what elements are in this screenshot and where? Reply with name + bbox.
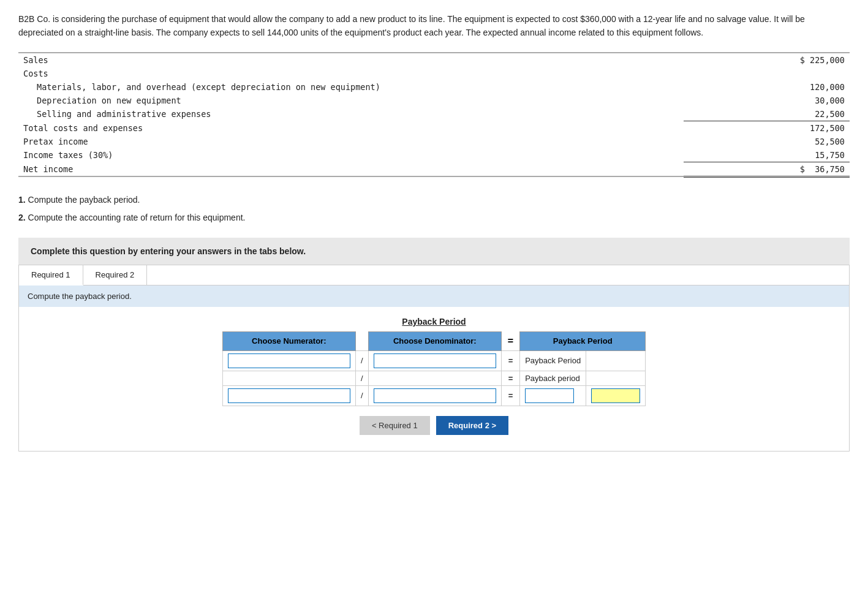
table-row-costs: Costs [18, 67, 850, 80]
costs-value [684, 67, 850, 80]
result-spacer-2 [586, 371, 646, 385]
yellow-numerator-input[interactable] [228, 388, 350, 403]
table-row-pretax: Pretax income 52,500 [18, 135, 850, 148]
denominator-input[interactable] [374, 353, 496, 368]
yellow-denominator-cell[interactable] [368, 385, 501, 406]
taxes-value: 15,750 [684, 148, 850, 162]
costs-label: Costs [18, 67, 684, 80]
prev-button[interactable]: < Required 1 [360, 416, 430, 435]
payback-input-row: / = Payback Period [222, 350, 645, 371]
banner-text: Complete this question by entering your … [31, 246, 306, 256]
total-value: 172,500 [684, 121, 850, 135]
numerator-input-cell[interactable] [222, 350, 355, 371]
equals-header: = [501, 332, 519, 351]
table-row-depreciation: Depreciation on new equipment 30,000 [18, 94, 850, 107]
materials-label: Materials, labor, and overhead (except d… [18, 80, 684, 94]
net-income-value: $ 36,750 [684, 162, 850, 176]
tab-required-1[interactable]: Required 1 [19, 265, 83, 285]
tab-content-required-1: Compute the payback period. [19, 285, 849, 307]
payback-period-table: Choose Numerator: Choose Denominator: = … [222, 331, 646, 406]
materials-value: 120,000 [684, 80, 850, 94]
payback-result-row: / = Payback period [222, 371, 645, 385]
intro-text: B2B Co. is considering the purchase of e… [18, 12, 850, 40]
tabs-container: Required 1 Required 2 Compute the paybac… [18, 265, 850, 452]
tabs-header: Required 1 Required 2 [19, 265, 849, 285]
total-label: Total costs and expenses [18, 121, 684, 135]
slash-cell-1: / [355, 350, 368, 371]
denominator-empty-cell [368, 371, 501, 385]
table-row-taxes: Income taxes (30%) 15,750 [18, 148, 850, 162]
payback-period-label-cell: Payback period [520, 371, 586, 385]
yellow-denominator-input[interactable] [374, 388, 496, 403]
yellow-result-input-1[interactable] [525, 388, 574, 403]
selling-value: 22,500 [684, 107, 850, 121]
table-row-net-income: Net income $ 36,750 [18, 162, 850, 176]
next-button[interactable]: Required 2 > [436, 416, 508, 435]
question-1: 1. Compute the payback period. [18, 192, 850, 208]
table-row-total: Total costs and expenses 172,500 [18, 121, 850, 135]
yellow-result-cell-2[interactable] [586, 385, 646, 406]
net-income-label: Net income [18, 162, 684, 176]
yellow-result-cell-1[interactable] [520, 385, 586, 406]
depreciation-label: Depreciation on new equipment [18, 94, 684, 107]
payback-yellow-row: / = [222, 385, 645, 406]
depreciation-value: 30,000 [684, 94, 850, 107]
nav-buttons: < Required 1 Required 2 > [31, 416, 837, 441]
slash-cell-3: / [355, 385, 368, 406]
table-row-selling: Selling and administrative expenses 22,5… [18, 107, 850, 121]
tab1-description: Compute the payback period. [28, 292, 132, 301]
table-row-sales: Sales $ 225,000 [18, 53, 850, 67]
result-spacer [586, 350, 646, 371]
numerator-header: Choose Numerator: [222, 332, 355, 351]
yellow-result-input-2[interactable] [591, 388, 640, 403]
question-2: 2. Compute the accounting rate of return… [18, 210, 850, 225]
equals-cell-1: = [501, 350, 519, 371]
result-label: Payback Period [525, 356, 581, 365]
numerator-empty-cell [222, 371, 355, 385]
complete-banner: Complete this question by entering your … [18, 238, 850, 265]
tab-required-2[interactable]: Required 2 [83, 265, 148, 285]
yellow-numerator-cell[interactable] [222, 385, 355, 406]
equals-cell-2: = [501, 371, 519, 385]
pretax-label: Pretax income [18, 135, 684, 148]
equals-cell-3: = [501, 385, 519, 406]
result-header: Payback Period [520, 332, 646, 351]
slash-cell-2: / [355, 371, 368, 385]
questions-section: 1. Compute the payback period. 2. Comput… [18, 192, 850, 225]
payback-period-label: Payback period [525, 374, 580, 383]
table-row-materials: Materials, labor, and overhead (except d… [18, 80, 850, 94]
sales-label: Sales [18, 53, 684, 67]
financial-table: Sales $ 225,000 Costs Materials, labor, … [18, 52, 850, 178]
denominator-input-cell[interactable] [368, 350, 501, 371]
sales-value: $ 225,000 [684, 53, 850, 67]
denominator-header: Choose Denominator: [368, 332, 501, 351]
payback-period-title: Payback Period [31, 317, 837, 327]
numerator-input[interactable] [228, 353, 350, 368]
result-label-cell: Payback Period [520, 350, 586, 371]
payback-header-row: Choose Numerator: Choose Denominator: = … [222, 332, 645, 351]
pretax-value: 52,500 [684, 135, 850, 148]
slash-header [355, 332, 368, 351]
selling-label: Selling and administrative expenses [18, 107, 684, 121]
payback-section: Payback Period Choose Numerator: Choose … [19, 307, 849, 451]
taxes-label: Income taxes (30%) [18, 148, 684, 162]
